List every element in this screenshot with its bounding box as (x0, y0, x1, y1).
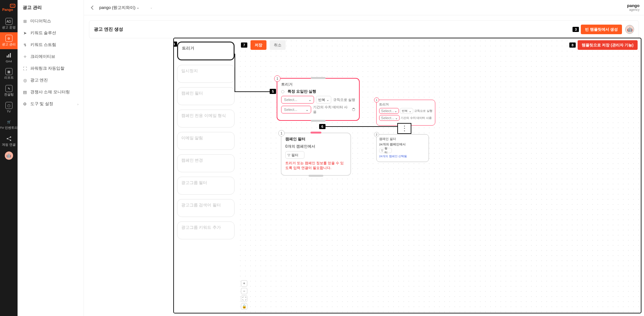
user-avatar-icon[interactable]: 🤖 (5, 151, 13, 160)
rail-item-ad-manage[interactable]: ⚙ 광고 관리 (0, 32, 18, 49)
drag-handle-bottom[interactable] (311, 120, 326, 122)
account-selector[interactable]: pango (팡고지와이) ⌄ ⌄ (99, 5, 153, 11)
repeat-select-small[interactable]: 반복⌄ (400, 108, 413, 114)
marker-7: 7 (241, 42, 247, 48)
cart-icon: 🛒 (5, 118, 12, 125)
node-title: 캠페인 필터 (379, 137, 426, 141)
sidebar-item-keyword-stream[interactable]: ↯키워드 스트림 (18, 39, 84, 51)
repeat-select[interactable]: 반복⌄ (316, 96, 331, 104)
sidebar-item-competitor[interactable]: ▤경쟁사 소재 모니터링 (18, 86, 84, 98)
sidebar-item-mediamix[interactable]: ⊞미디어믹스 (18, 15, 84, 27)
rail-item-ad-ops[interactable]: AD 광고 운영 (0, 15, 18, 32)
pencil-icon: ✎ (5, 85, 12, 92)
zoom-lock-button[interactable]: 🔒 (241, 303, 247, 310)
gear-box-icon: ⚙ (5, 35, 12, 42)
sidebar-item-label: 키워드 솔루션 (30, 30, 56, 36)
node-title: 캠페인 필터 (285, 136, 347, 142)
marker-6: 6 (319, 124, 326, 129)
page-header-card: 광고 엔진 생성 3 빈 템플릿에서 생성 🤖 (89, 20, 639, 38)
step-badge: 1 (274, 75, 281, 82)
connector-line (235, 91, 275, 92)
zoom-out-button[interactable]: − (241, 288, 247, 294)
period-select-small[interactable]: Select...⌄ (379, 115, 400, 121)
engine-icon: ◎ (23, 78, 27, 83)
node-title: 트리거 (281, 82, 355, 87)
connector-line (235, 54, 235, 92)
zoom-in-button[interactable]: + (241, 280, 247, 287)
sidebar-item-keyword-solution[interactable]: ➤키워드 솔루션 (18, 27, 84, 39)
chevron-down-icon: ⌄ (326, 98, 329, 102)
drag-handle-top[interactable] (311, 132, 321, 134)
rail-item-consulting[interactable]: ✎ 컨설팅 (0, 82, 18, 99)
chevron-down-icon: ⌄ (394, 109, 397, 113)
sidebar-item-label: 크리에이티브 (30, 54, 55, 59)
funnel-icon: ▽ (288, 153, 290, 157)
sidebar-item-creative[interactable]: ✧크리에이티브 (18, 51, 84, 63)
rail-item-tv-inventory[interactable]: 🛒 TV 인벤토리 (0, 116, 18, 133)
connector-line (319, 126, 366, 127)
filter-button-label: 필터 (291, 153, 298, 158)
brand-role: agency (627, 8, 640, 12)
rail-item-account-link[interactable]: 계정 연결 (0, 133, 18, 150)
rail-item-tv[interactable]: ▢ TV (0, 99, 18, 116)
save-as-template-button[interactable]: 템플릿으로 저장 (관리자 기능) (578, 40, 638, 50)
sidebar-item-tools[interactable]: ⚙도구 및 설정› (18, 98, 84, 110)
warning-text: 트리거 또는 캠페인 정보를 얻을 수 있도록 입력 연결이 필요합니다. (285, 161, 347, 171)
palette-block-adgroup-filter[interactable]: 광고그룹 필터 (177, 177, 235, 195)
rail-label: 리포트 (4, 76, 14, 80)
port-connector[interactable] (397, 123, 411, 134)
palette-block-email-alert[interactable]: 이메일 알림 (177, 132, 235, 150)
rail-item-ga4[interactable]: GA4 (0, 49, 18, 66)
zoom-controls: + − ⛶ 🔒 (241, 280, 249, 310)
drag-handle-top[interactable] (311, 77, 326, 79)
node-campaign-filter-small[interactable]: 2 캠페인 필터 24개의 캠페인에서 ▽ 필터 24개의 캠페인 선택됨 (376, 134, 429, 162)
sidebar-item-ad-engine[interactable]: ◎광고 엔진 (18, 74, 84, 86)
marker-5: 5 (270, 89, 276, 94)
palette-block-adgroup-search-filter[interactable]: 광고그룹 검색어 필터 (177, 199, 235, 217)
canvas-frame: 4 트리거 일시정지 캠페인 필터 캠페인 전용 이메일 형식 이메일 알림 캠… (173, 38, 641, 313)
report-icon: ▦ (5, 68, 12, 75)
rail-label: TV (7, 110, 11, 113)
cancel-button[interactable]: 취소 (270, 40, 286, 50)
back-button[interactable] (88, 4, 96, 12)
chevron-down-icon: ⌄ (309, 98, 311, 102)
palette-block-campaign-change[interactable]: 캠페인 변경 (177, 154, 235, 172)
sidebar-item-label: 도구 및 설정 (30, 101, 53, 107)
node-trigger-big[interactable]: 1 트리거 특정 요일만 실행 Select...⌄ 반복⌄ 규칙으로 실행 S… (277, 78, 360, 121)
drag-handle-bottom[interactable] (309, 175, 323, 177)
run-as-rule-label: 규칙으로 실행 (414, 109, 432, 113)
create-from-blank-button[interactable]: 빈 템플릿에서 생성 (581, 25, 622, 34)
node-trigger-small[interactable]: 1 트리거 Select...⌄ 반복⌄ 규칙으로 실행 Select...⌄ … (376, 100, 435, 126)
day-select[interactable]: Select...⌄ (281, 96, 314, 104)
zoom-fit-button[interactable]: ⛶ (241, 296, 247, 302)
palette-block-campaign-filter[interactable]: 캠페인 필터 (177, 87, 235, 105)
filter-button[interactable]: ▽ 필터 (285, 151, 304, 159)
palette-block-adgroup-keyword-add[interactable]: 광고그룹 키워드 추가 (177, 221, 235, 239)
rail-label: TV 인벤토리 (0, 126, 18, 130)
step-badge: 2 (374, 132, 379, 137)
selected-campaigns-link[interactable]: 24개의 캠페인 선택됨 (379, 154, 426, 158)
node-campaign-filter-big[interactable]: 1 캠페인 필터 0개의 캠페인에서 ▽ 필터 트리거 또는 캠페인 정보를 얻… (281, 133, 351, 176)
save-button[interactable]: 저장 (251, 40, 266, 50)
bot-avatar-icon[interactable]: 🤖 (625, 25, 634, 34)
palette-block-campaign-email[interactable]: 캠페인 전용 이메일 형식 (177, 110, 235, 127)
filter-button-label: 필터 (385, 146, 390, 155)
palette-block-trigger[interactable]: 트리거 (177, 42, 235, 60)
chevron-down-icon: ⌄ (137, 6, 139, 9)
bid-icon: ⛶ (23, 66, 27, 71)
use-period-data-label: 기간의 수치 데이터 사용 (401, 116, 432, 120)
use-period-data-label: 기간의 수치 데이터 사용 (313, 105, 350, 114)
period-select[interactable]: Select...⌄ (281, 106, 311, 113)
radio-icon[interactable] (281, 90, 284, 93)
filter-button-small[interactable]: ▽ 필터 (379, 148, 392, 153)
rail-item-report[interactable]: ▦ 리포트 (0, 66, 18, 82)
keyword-icon: ➤ (23, 31, 27, 35)
palette-block-pause[interactable]: 일시정지 (177, 65, 235, 83)
sidebar-item-powerlink[interactable]: ⛶파워링크 자동입찰 (18, 63, 84, 74)
bars-icon (5, 52, 12, 59)
marker-3: 3 (573, 27, 579, 32)
sidebar-item-label: 미디어믹스 (30, 19, 51, 24)
day-select-small[interactable]: Select...⌄ (379, 108, 399, 114)
svg-text:Pango: Pango (2, 8, 13, 12)
chevron-down-icon: ⌄ (306, 108, 308, 112)
